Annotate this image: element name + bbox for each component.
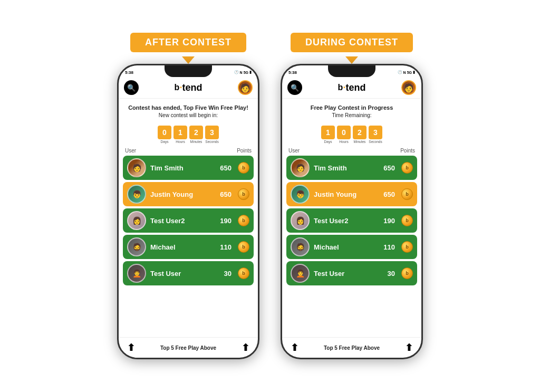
lb-avatar: 🧑 — [291, 158, 310, 177]
avatar-emoji: 🧔 — [132, 243, 141, 251]
contest-banner: Free Play Contest in Progress Time Remai… — [282, 99, 421, 122]
leaderboard-list: 🧑 Tim Smith 650 b 👦 Justin Young 650 b 👩… — [119, 155, 258, 337]
phone-content: Free Play Contest in Progress Time Remai… — [282, 99, 421, 337]
leaderboard-row[interactable]: 🧑‍🦱 Test User 30 b — [123, 261, 254, 285]
lb-name: Tim Smith — [314, 164, 379, 172]
countdown-item-days: 1 Days — [321, 126, 335, 144]
phone-during: 5:38 🕐 N 5G ▮ 🔍 b·tend 🧑 Free Play Conte… — [281, 64, 423, 359]
countdown-box-seconds: 3 — [369, 126, 382, 139]
phone-after: 5:38 🕐 N 5G ▮ 🔍 b·tend 🧑 Contest has end… — [117, 64, 259, 359]
countdown-label-minutes: Minutes — [354, 140, 366, 144]
app-logo: b·tend — [338, 82, 366, 93]
status-icons: 🕐 N 5G ▮ — [398, 70, 415, 74]
banner-arrow-during — [345, 56, 358, 64]
app-header: 🔍 b·tend 🧑 — [282, 77, 421, 99]
lb-name: Justin Young — [314, 190, 379, 198]
lb-coin-icon: b — [401, 215, 413, 226]
lb-avatar: 🧑‍🦱 — [291, 264, 310, 283]
lb-points: 190 — [220, 217, 232, 225]
lb-points: 650 — [383, 164, 395, 172]
user-avatar[interactable]: 🧑 — [238, 80, 253, 95]
contest-title: Free Play Contest in Progress — [291, 104, 413, 112]
status-time: 5:38 — [288, 70, 297, 75]
lb-coin-icon: b — [401, 188, 413, 200]
status-icons: 🕐 N 5G ▮ — [234, 70, 252, 74]
leaderboard-row[interactable]: 👦 Justin Young 650 b — [123, 182, 254, 206]
countdown-item-minutes: 2 Minutes — [353, 126, 367, 144]
avatar-emoji: 👩 — [296, 216, 305, 225]
leaderboard-header: User Points — [282, 146, 421, 155]
countdown-box-days: 0 — [158, 126, 171, 139]
lb-points: 190 — [383, 217, 395, 225]
search-button[interactable]: 🔍 — [287, 80, 302, 95]
countdown-box-minutes: 2 — [353, 126, 367, 139]
countdown-box-seconds: 3 — [205, 126, 219, 139]
app-header: 🔍 b·tend 🧑 — [119, 77, 258, 99]
signal-5g-icon: 5G — [244, 71, 248, 74]
phone-notch — [165, 65, 212, 77]
lb-points: 650 — [383, 190, 395, 198]
app-logo: b·tend — [175, 82, 202, 93]
lb-coin-icon: b — [238, 162, 249, 174]
lb-name: Michael — [314, 243, 379, 251]
phone-notch — [328, 65, 375, 77]
countdown-label-minutes: Minutes — [190, 140, 202, 144]
countdown-box-minutes: 2 — [189, 126, 203, 139]
avatar-emoji: 👦 — [296, 190, 305, 198]
avatar-face: 🧑 — [240, 83, 250, 93]
col-user: User — [125, 148, 136, 154]
contest-sub: New contest will begin in: — [127, 112, 249, 119]
countdown-timer: 0 Days 1 Hours 2 Minutes 3 Seconds — [119, 122, 258, 146]
search-icon: 🔍 — [127, 84, 136, 92]
phone-wrapper-during: DURING CONTEST 5:38 🕐 N 5G ▮ 🔍 b·tend 🧑 … — [281, 33, 423, 359]
battery-icon: ▮ — [249, 70, 252, 74]
leaderboard-list: 🧑 Tim Smith 650 b 👦 Justin Young 650 b 👩… — [282, 155, 421, 337]
clock-icon: 🕐 — [234, 70, 239, 74]
leaderboard-row[interactable]: 👩 Test User2 190 b — [286, 208, 417, 233]
signal-n-icon: N — [403, 71, 406, 74]
search-icon: 🔍 — [291, 84, 299, 92]
lb-coin-icon: b — [238, 241, 249, 253]
avatar-emoji: 🧑‍🦱 — [132, 269, 141, 278]
avatar-emoji: 🧑 — [296, 164, 305, 172]
countdown-label-hours: Hours — [339, 140, 348, 144]
lb-name: Test User2 — [150, 217, 216, 225]
phone-footer: ⬆ Top 5 Free Play Above ⬆ — [282, 337, 421, 358]
search-button[interactable]: 🔍 — [124, 80, 139, 95]
contest-sub: Time Remaining: — [291, 112, 413, 119]
leaderboard-row[interactable]: 🧔 Michael 110 b — [286, 235, 417, 259]
leaderboard-row[interactable]: 🧑 Tim Smith 650 b — [123, 156, 254, 180]
leaderboard-row[interactable]: 🧔 Michael 110 b — [123, 235, 254, 259]
countdown-item-hours: 0 Hours — [337, 126, 351, 144]
countdown-label-days: Days — [161, 140, 169, 144]
user-avatar[interactable]: 🧑 — [401, 80, 416, 95]
col-user: User — [288, 148, 300, 154]
countdown-box-days: 1 — [321, 126, 335, 139]
footer-arrow-left: ⬆ — [291, 342, 298, 353]
leaderboard-row[interactable]: 👦 Justin Young 650 b — [286, 182, 417, 206]
countdown-item-seconds: 3 Seconds — [205, 126, 219, 144]
banner-arrow-after — [182, 56, 195, 64]
leaderboard-row[interactable]: 🧑 Tim Smith 650 b — [286, 156, 417, 180]
leaderboard-row[interactable]: 👩 Test User2 190 b — [123, 208, 254, 233]
lb-coin-icon: b — [238, 188, 249, 200]
avatar-emoji: 🧑 — [132, 164, 141, 172]
status-time: 5:38 — [125, 70, 133, 75]
lb-avatar: 🧑 — [127, 158, 146, 177]
lb-points: 30 — [388, 270, 395, 278]
lb-name: Tim Smith — [150, 164, 216, 172]
phone-content: Contest has ended, Top Five Win Free Pla… — [119, 99, 258, 337]
lb-avatar: 👩 — [127, 211, 146, 230]
label-banner-after: AFTER CONTEST — [130, 33, 246, 52]
countdown-label-seconds: Seconds — [205, 140, 218, 144]
leaderboard-row[interactable]: 🧑‍🦱 Test User 30 b — [286, 261, 417, 285]
avatar-emoji: 👩 — [132, 216, 141, 225]
footer-arrow-left: ⬆ — [127, 342, 135, 353]
footer-text: Top 5 Free Play Above — [160, 345, 216, 351]
countdown-label-seconds: Seconds — [369, 140, 382, 144]
avatar-face: 🧑 — [403, 83, 414, 93]
lb-coin-icon: b — [238, 267, 249, 279]
col-points: Points — [237, 148, 252, 154]
lb-coin-icon: b — [238, 215, 249, 226]
lb-avatar: 👦 — [291, 185, 310, 204]
